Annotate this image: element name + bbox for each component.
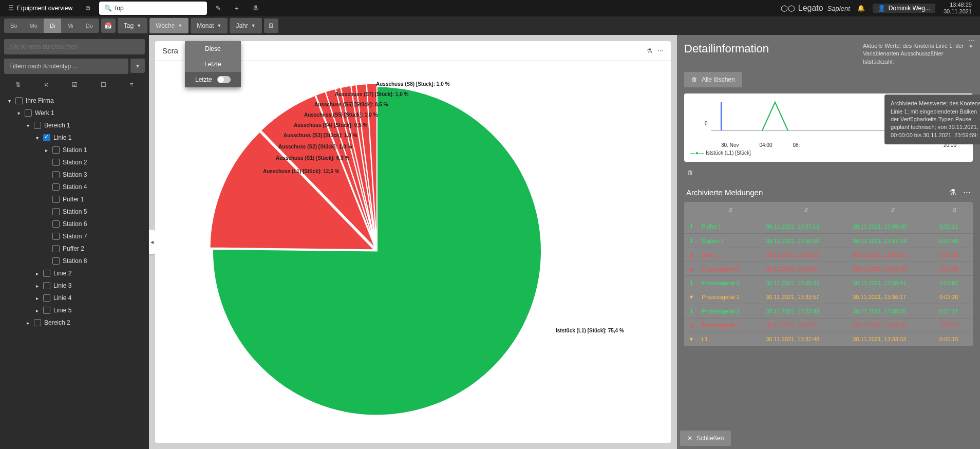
tree-node[interactable]: Puffer 1 — [4, 193, 145, 205]
tree-node[interactable]: ▾Bereich 1 — [4, 119, 145, 132]
edit-icon[interactable]: ✎ — [211, 1, 225, 15]
clear-all-button[interactable]: 🗑 Alle löschen — [684, 72, 742, 87]
add-icon[interactable]: ＋ — [230, 1, 244, 15]
chevron-icon[interactable]: ▸ — [34, 271, 40, 276]
tree-checkbox[interactable] — [34, 122, 41, 129]
table-row[interactable]: ℹProzessgerät 230.11.2021, 13:33:4830.11… — [684, 304, 973, 319]
tree-checkbox[interactable] — [15, 97, 23, 104]
tree-search-input[interactable] — [4, 39, 145, 54]
tree-node[interactable]: ▾Ihre Firma — [4, 95, 145, 107]
tree-node[interactable]: ▸Linie 2 — [4, 267, 145, 279]
close-button[interactable]: ✕ Schließen — [680, 431, 731, 446]
chevron-icon[interactable]: ▸ — [25, 320, 31, 326]
sort-col-3[interactable]: ⇵ — [850, 202, 936, 219]
tree-node[interactable]: ▸Linie 4 — [4, 292, 145, 304]
table-row[interactable]: ▲Linie 130.11.2021, 13:36:1930.11.2021, … — [684, 248, 973, 262]
chevron-icon[interactable]: ▾ — [6, 98, 12, 104]
tree-checkbox[interactable] — [52, 233, 60, 240]
bell-icon[interactable]: 🔔 — [854, 1, 869, 15]
toggle-switch[interactable] — [217, 76, 231, 83]
table-row[interactable]: ℹPuffer 130.11.2021, 13:37:1830.11.2021,… — [684, 219, 973, 234]
dropdown-item-2[interactable]: Letzte — [185, 72, 241, 87]
tree-node[interactable]: Station 4 — [4, 181, 145, 193]
search-input[interactable] — [115, 5, 202, 12]
print-icon[interactable]: 🖶 — [248, 1, 262, 15]
collapse-all-icon[interactable]: ⤬ — [44, 81, 49, 88]
sort-col-1[interactable]: ⇵ — [699, 202, 763, 219]
calendar-day-icon[interactable]: 📅 — [101, 18, 116, 33]
tree-checkbox[interactable] — [52, 183, 60, 191]
tree-checkbox[interactable] — [52, 245, 60, 252]
tree-node[interactable]: Station 6 — [4, 218, 145, 230]
chevron-icon[interactable]: ▸ — [34, 283, 40, 289]
tree-node[interactable]: Station 7 — [4, 230, 145, 242]
delete-chart-icon[interactable]: 🗑 — [687, 169, 973, 176]
tree-node[interactable]: ▾Linie 1 — [4, 132, 145, 144]
table-row[interactable]: ▼t 130.11.2021, 13:32:4830.11.2021, 13:3… — [684, 332, 973, 346]
tree-checkbox[interactable] — [25, 109, 32, 117]
messages-more-icon[interactable]: ⋯ — [963, 188, 971, 197]
tree-node[interactable]: ▸Linie 5 — [4, 304, 145, 316]
more-icon[interactable]: ⋯ — [657, 47, 664, 54]
uncheck-all-icon[interactable]: ☐ — [101, 81, 106, 88]
menu-overview[interactable]: ☰ Equipment overview — [4, 3, 77, 14]
tree-checkbox[interactable] — [43, 282, 50, 289]
chevron-icon[interactable]: ▾ — [34, 135, 40, 141]
tree-checkbox[interactable] — [52, 208, 60, 215]
tree-checkbox[interactable] — [52, 257, 60, 265]
expand-all-icon[interactable]: ⇅ — [15, 81, 21, 88]
day-tab-do[interactable]: Do — [80, 18, 99, 33]
dropdown-item-0[interactable]: Diese — [185, 41, 241, 57]
chevron-icon[interactable]: ▸ — [34, 308, 40, 313]
tree-node[interactable]: ▸Station 1 — [4, 144, 145, 156]
day-tab-so[interactable]: So — [4, 18, 23, 33]
filter-chevron-icon[interactable]: ▾ — [130, 59, 145, 73]
dropdown-item-1[interactable]: Letzte — [185, 57, 241, 72]
panel-more-icon[interactable]: ⋯ — [969, 37, 975, 44]
tree-node[interactable]: Station 3 — [4, 169, 145, 181]
period-woche[interactable]: Woche ▼ — [149, 18, 189, 33]
sort-icon[interactable]: ≡ — [129, 81, 133, 88]
tree-checkbox[interactable] — [52, 196, 60, 203]
tree-checkbox[interactable] — [43, 270, 50, 277]
tree-node[interactable]: Puffer 2 — [4, 242, 145, 255]
day-tab-mi[interactable]: Mi — [61, 18, 80, 33]
user-chip[interactable]: 👤 Dominik Weg... — [873, 4, 935, 13]
tree-checkbox[interactable] — [52, 220, 60, 228]
tree-checkbox[interactable] — [43, 307, 50, 314]
tree-checkbox[interactable] — [43, 294, 50, 302]
tree-node[interactable]: Station 2 — [4, 156, 145, 169]
search-box[interactable]: 🔍 — [99, 2, 207, 15]
sort-col-4[interactable]: ⇵ — [936, 202, 973, 219]
table-row[interactable]: ℹProzessgerät 330.11.2021, 13:35:3330.11… — [684, 276, 973, 290]
tree-checkbox[interactable] — [43, 134, 50, 141]
tree-checkbox[interactable] — [34, 319, 41, 326]
table-row[interactable]: ▼Prozessgerät 130.11.2021, 13:33:5730.11… — [684, 290, 973, 304]
filter-messages-icon[interactable]: ⚗ — [949, 188, 956, 197]
period-jahr[interactable]: Jahr ▼ — [230, 18, 261, 33]
table-row[interactable]: ▲Prozessgerät 130.11.2021, 13:33:2130.11… — [684, 319, 973, 332]
check-all-icon[interactable]: ☑ — [72, 81, 78, 88]
tree-node[interactable]: Station 5 — [4, 205, 145, 218]
table-row[interactable]: ℹStation 730.11.2021, 13:36:2630.11.2021… — [684, 234, 973, 248]
chevron-icon[interactable]: ▸ — [43, 147, 49, 153]
chevron-icon[interactable]: ▸ — [34, 295, 40, 301]
day-tab-mo[interactable]: Mo — [23, 18, 43, 33]
tree-node[interactable]: ▸Linie 3 — [4, 279, 145, 292]
day-tab-di[interactable]: Di — [44, 18, 61, 33]
chevron-icon[interactable]: ▾ — [15, 110, 22, 116]
table-row[interactable]: ▲Prozessgerät 430.11.2021, 13:35:5730.11… — [684, 262, 973, 276]
tree-node[interactable]: ▸Bereich 2 — [4, 316, 145, 329]
filter-icon[interactable]: ⚗ — [647, 47, 652, 54]
tree-checkbox[interactable] — [52, 171, 60, 178]
calendar-range-icon[interactable]: 🗓 — [264, 18, 278, 33]
period-tag[interactable]: Tag ▼ — [118, 18, 147, 33]
tree-checkbox[interactable] — [52, 146, 60, 154]
filter-select[interactable]: Filtern nach Knotentyp ... — [4, 59, 128, 74]
tree-node[interactable]: ▾Werk 1 — [4, 107, 145, 119]
tree-node[interactable]: Station 8 — [4, 255, 145, 267]
period-monat[interactable]: Monat ▼ — [191, 18, 228, 33]
copy-icon[interactable]: ⧉ — [81, 1, 95, 15]
chevron-icon[interactable]: ▾ — [25, 123, 31, 128]
tree-checkbox[interactable] — [52, 159, 60, 166]
